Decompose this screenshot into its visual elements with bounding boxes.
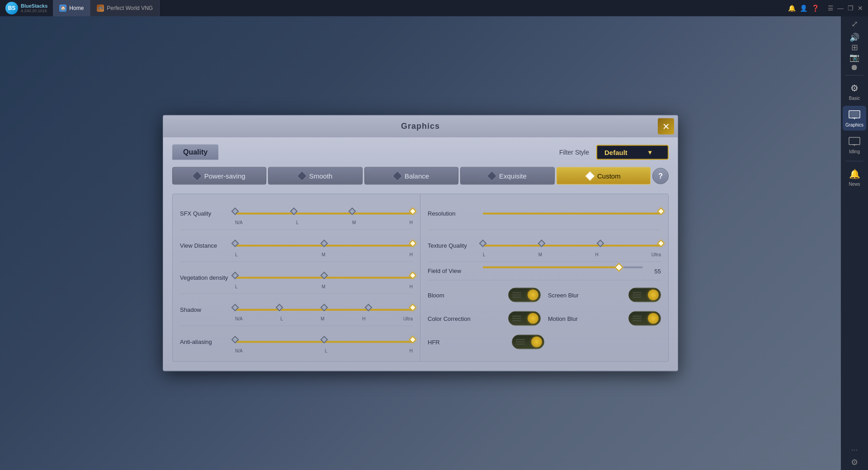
shadow-slider[interactable]: N/A L M H Ultra — [235, 299, 413, 321]
vegetation-slider[interactable]: L M H — [235, 267, 413, 289]
dialog-close-button[interactable]: ✕ — [658, 118, 674, 134]
hfr-toggle[interactable] — [512, 335, 544, 349]
vd-label-l: L — [235, 252, 238, 257]
layers-icon[interactable]: ⊞ — [850, 43, 859, 52]
filter-style-label: Filter Style — [559, 149, 589, 156]
bloom-toggle[interactable] — [508, 288, 541, 302]
sidebar-item-graphics[interactable]: Graphics — [843, 106, 866, 131]
resolution-label: Resolution — [428, 210, 477, 217]
preset-smooth[interactable]: Smooth — [268, 167, 362, 185]
resolution-slider[interactable] — [483, 202, 661, 225]
bloom-label: Bloom — [428, 291, 444, 298]
view-distance-slider[interactable]: L M H — [235, 235, 413, 257]
res-track — [483, 213, 661, 215]
preset-power-saving-label: Power-saving — [204, 172, 245, 180]
minimize-button[interactable]: — — [836, 4, 844, 12]
tab-home[interactable]: 🏠 Home — [53, 0, 90, 16]
toggle-line-3 — [516, 344, 525, 345]
topbar: BS BlueStacks 4.240.20.1016 🏠 Home 🎮 Per… — [0, 0, 868, 16]
vd-labels: L M H — [235, 252, 413, 257]
close-window-button[interactable]: ✕ — [856, 4, 864, 12]
hamburger-icon[interactable]: ☰ — [826, 4, 835, 12]
toggle-line-3 — [512, 320, 521, 321]
settings-left: SFX Quality N/A L M — [173, 194, 420, 362]
preset-balance[interactable]: Balance — [364, 167, 458, 185]
tab-game[interactable]: 🎮 Perfect World VNG — [90, 0, 160, 16]
preset-smooth-label: Smooth — [309, 172, 333, 180]
toggle-line-1 — [632, 316, 642, 317]
fov-slider[interactable] — [483, 267, 643, 276]
sidebar-item-basic[interactable]: ⚙ Basic — [843, 79, 866, 104]
news-label: News — [849, 182, 860, 187]
volume-icon[interactable]: 🔊 — [850, 33, 859, 42]
preset-diamond-active-icon — [585, 171, 595, 181]
motion-blur-label: Motion Blur — [548, 315, 578, 322]
sfx-label-na: N/A — [235, 220, 243, 225]
sh-label-l: L — [280, 316, 283, 321]
app-name: BlueStacks — [21, 3, 47, 9]
idling-icon — [848, 135, 861, 148]
maximize-button[interactable]: ❐ — [846, 4, 854, 12]
veg-label-l: L — [235, 284, 238, 289]
bell-icon[interactable]: 🔔 — [788, 4, 796, 12]
sfx-quality-label: SFX Quality — [180, 210, 230, 217]
tq-labels: L M H Ultra — [483, 252, 661, 257]
home-tab-label: Home — [69, 5, 84, 11]
sidebar-item-news[interactable]: 🔔 News — [843, 165, 866, 190]
fov-label: Field of View — [428, 267, 477, 275]
toggle-line-3 — [632, 320, 642, 321]
toggle-line-2 — [512, 295, 521, 296]
toggle-lines — [632, 292, 642, 298]
fov-track — [483, 267, 643, 268]
camera-icon[interactable]: 📷 — [850, 53, 859, 61]
quality-tab[interactable]: Quality — [172, 145, 218, 160]
sidebar-sep-1 — [845, 75, 863, 75]
veg-label-m: M — [321, 284, 325, 289]
toggle-line-3 — [632, 297, 642, 298]
sfx-quality-slider[interactable]: N/A L M H — [235, 202, 413, 225]
sidebar-expand-icon[interactable]: ⤢ — [850, 20, 859, 28]
vegetation-row: Vegetation density L M H — [180, 262, 413, 294]
preset-custom-label: Custom — [597, 172, 621, 180]
preset-balance-label: Balance — [405, 172, 429, 180]
app-version: 4.240.20.1016 — [21, 9, 47, 13]
preset-power-saving[interactable]: Power-saving — [172, 167, 266, 185]
motion-blur-toggle[interactable] — [628, 311, 661, 326]
dropdown-arrow-icon: ▾ — [648, 149, 651, 156]
vd-label-h: H — [410, 252, 413, 257]
preset-exquisite[interactable]: Exquisite — [460, 167, 554, 185]
help-icon[interactable]: ❓ — [811, 4, 819, 12]
antialiasing-slider[interactable]: N/A L H — [235, 331, 413, 353]
screen-blur-toggle[interactable] — [628, 288, 661, 302]
color-correction-label: Color Correction — [428, 315, 471, 322]
screen-blur-label: Screen Blur — [548, 291, 579, 298]
texture-quality-label: Texture Quality — [428, 242, 477, 249]
quality-header: Quality Filter Style Default ▾ — [172, 145, 669, 160]
vd-label-m: M — [321, 252, 325, 257]
vegetation-label: Vegetation density — [180, 274, 230, 282]
preset-diamond-icon — [487, 171, 497, 181]
sidebar-item-idling[interactable]: Idling — [843, 132, 866, 157]
filter-dropdown[interactable]: Default ▾ — [596, 145, 669, 160]
record-icon[interactable]: ⏺ — [850, 63, 859, 71]
settings-right: Resolution Texture Quality — [420, 194, 668, 362]
tq-label-h: H — [595, 252, 598, 257]
settings-bottom-icon[interactable]: ⚙ — [850, 458, 859, 466]
preset-custom[interactable]: Custom — [557, 167, 651, 185]
antialiasing-label: Anti-aliasing — [180, 338, 230, 346]
toggle-lines — [512, 292, 521, 298]
tq-label-m: M — [538, 252, 542, 257]
account-icon[interactable]: 👤 — [799, 4, 807, 12]
preset-help-button[interactable]: ? — [652, 168, 669, 184]
more-icon[interactable]: ··· — [851, 445, 858, 455]
texture-quality-slider[interactable]: L M H Ultra — [483, 235, 661, 257]
basic-icon: ⚙ — [848, 82, 861, 94]
field-of-view-row: Field of View 55 — [428, 262, 661, 281]
sidebar-sep-2 — [845, 161, 863, 161]
sh-label-h: H — [362, 316, 365, 321]
topbar-actions: 🔔 👤 ❓ — [784, 4, 823, 12]
toggle-line-1 — [632, 292, 642, 293]
fov-thumb — [614, 263, 623, 272]
color-correction-toggle[interactable] — [508, 311, 541, 326]
veg-label-h: H — [410, 284, 413, 289]
